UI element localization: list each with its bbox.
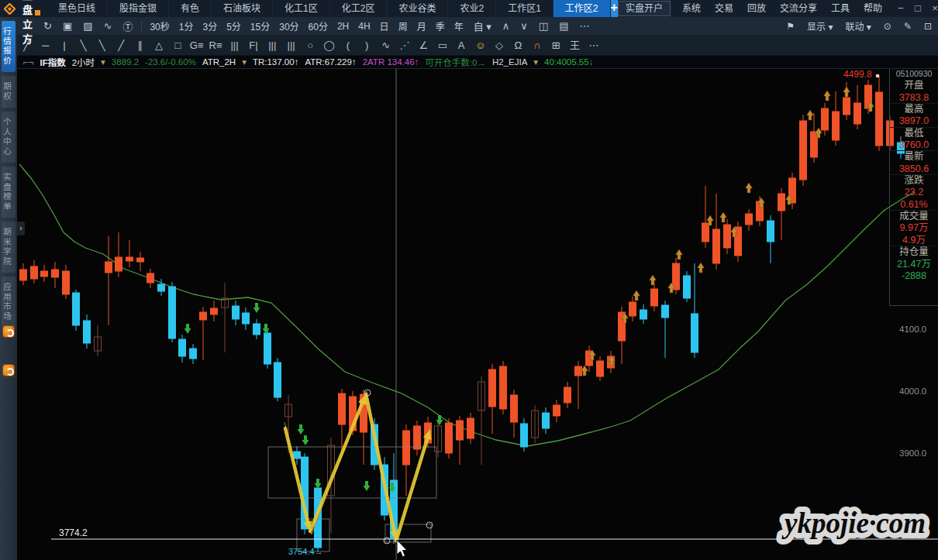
arc-left-tool[interactable]: (	[339, 36, 357, 56]
sidebar-tab[interactable]: 行情报价	[2, 21, 16, 72]
arc-right-tool[interactable]: )	[357, 36, 376, 56]
info-segment[interactable]: ▾	[533, 57, 538, 67]
gann-fan-tool[interactable]: ⋰	[395, 36, 414, 56]
menu-item[interactable]: 交易	[708, 2, 740, 15]
magnet-tool[interactable]: ∩	[528, 36, 547, 56]
collapse-icon[interactable]: ∧	[497, 20, 516, 32]
text-label-tool[interactable]: A	[452, 36, 471, 56]
menu-item[interactable]: 工具	[824, 2, 857, 15]
pencil-icon[interactable]: ✎	[898, 21, 918, 32]
sidebar-tab[interactable]: 实盘榜单	[2, 167, 16, 218]
fibonacci-time-tool[interactable]: |||	[225, 36, 243, 56]
fullscreen-icon[interactable]: ⊡	[918, 21, 938, 32]
info-segment[interactable]: -23.6/-0.60%	[145, 57, 196, 67]
close-button[interactable]: ×	[926, 0, 938, 17]
display-dropdown[interactable]: 显示 ▾	[801, 19, 839, 33]
workspace-tab[interactable]: 化工2区	[330, 0, 388, 17]
flag-icon[interactable]: ⚑	[780, 21, 801, 32]
custom-period-button[interactable]: 自 ▾	[468, 19, 497, 33]
golden-section-tool[interactable]: G≡	[188, 36, 206, 56]
timeframe-button[interactable]: 日	[375, 19, 394, 33]
timeframe-button[interactable]: 60分	[304, 19, 333, 33]
menu-item[interactable]: 回放	[740, 2, 773, 15]
sidebar-app-icon-1[interactable]	[2, 325, 15, 338]
info-segment[interactable]: ▾	[101, 57, 105, 67]
eraser-tool[interactable]: ◇	[490, 36, 509, 56]
weight-tool[interactable]: 王	[565, 36, 584, 56]
linkage-dropdown[interactable]: 联动 ▾	[839, 19, 877, 33]
workspace-tab[interactable]: 石油板块	[212, 0, 273, 17]
info-segment[interactable]: 40:4005.55↓	[544, 57, 593, 67]
open-folder-icon[interactable]: ▨	[78, 20, 98, 32]
menu-item[interactable]: 实盘开户	[618, 1, 671, 16]
info-segment[interactable]: 可开仓手数:0→	[425, 56, 486, 68]
maximize-button[interactable]: □	[909, 0, 926, 17]
workspace-tab[interactable]: 有色	[169, 0, 212, 17]
arrow-line-tool[interactable]: ╱	[112, 36, 130, 56]
flag-mark-tool[interactable]: ⊞	[547, 36, 565, 56]
new-workspace-button[interactable]: +	[611, 0, 618, 17]
menu-item[interactable]: 帮助	[857, 2, 889, 15]
zigzag-tool[interactable]: ∿	[376, 36, 395, 56]
ellipse-tool[interactable]: ◯	[319, 36, 338, 56]
workspace-tab[interactable]: 工作区2	[553, 0, 611, 17]
minimize-button[interactable]: −	[892, 0, 909, 17]
expand-icon[interactable]: ∨	[515, 20, 533, 32]
timeframe-button[interactable]: 年	[450, 19, 468, 33]
timeframe-button[interactable]: 5分	[222, 19, 246, 33]
workspace-tab[interactable]: 化工1区	[273, 0, 330, 17]
vertical-line-tool[interactable]: |	[55, 36, 74, 56]
timeframe-button[interactable]: 3分	[198, 19, 222, 33]
workspace-tab[interactable]: 农业谷类	[387, 0, 448, 17]
workspace-tab[interactable]: 工作区1	[496, 0, 553, 17]
menu-item[interactable]: 系统	[675, 2, 708, 15]
info-segment[interactable]: ▾	[242, 57, 247, 67]
rectangle-tool[interactable]: □	[168, 36, 187, 56]
wave-gauge-tool[interactable]: F|	[244, 36, 263, 56]
info-segment[interactable]: 2ATR 134.46↑	[363, 57, 419, 67]
info-segment[interactable]: ⌐¬	[23, 57, 33, 67]
parallel-channel-tool[interactable]: ∥	[130, 36, 149, 56]
workspace-tab[interactable]: 农业2	[448, 0, 496, 17]
sidebar-tab[interactable]: 应用市场	[2, 277, 16, 328]
workspace-tab[interactable]: 股指金银	[108, 0, 169, 17]
emoji-tool[interactable]: ☺	[471, 36, 489, 56]
info-segment[interactable]: H2_EJIA	[492, 57, 527, 67]
alert-bell-icon[interactable]: Ω	[509, 36, 527, 56]
sidebar-expander[interactable]: ›	[17, 222, 25, 235]
horizontal-line-tool[interactable]: ─	[36, 36, 54, 56]
layout-icon[interactable]: ▤	[553, 20, 574, 32]
angle-tool[interactable]: ∠	[414, 36, 433, 56]
info-segment[interactable]: ATR:67.229↑	[305, 57, 356, 67]
timeframe-button[interactable]: 月	[412, 19, 431, 33]
cycle-lines-tool[interactable]: |||	[263, 36, 281, 56]
sidebar-tab[interactable]: 期米学院	[2, 222, 16, 273]
chart-type-icon[interactable]: ∿	[98, 20, 118, 32]
timeframe-button[interactable]: 30分	[274, 19, 303, 33]
menu-item[interactable]: 交流分享	[773, 2, 824, 15]
info-segment[interactable]: IF指数	[40, 56, 65, 68]
chart-canvas[interactable]	[0, 0, 938, 560]
info-segment[interactable]: TR:137.00↑	[253, 57, 298, 67]
text-tool-icon[interactable]: Ⓣ	[117, 19, 138, 33]
timeframe-button[interactable]: 1分	[174, 19, 198, 33]
feedback-icon[interactable]: ⊙	[878, 21, 898, 32]
sidebar-tab[interactable]: 个人中心	[2, 112, 16, 163]
workspace-tab[interactable]: 黑色日线	[47, 0, 108, 17]
timeframe-button[interactable]: 周	[394, 19, 412, 33]
measure-tool[interactable]: ▭	[433, 36, 452, 56]
ray-tool[interactable]: ╲	[74, 36, 92, 56]
price-section-tool[interactable]: R≡	[206, 36, 225, 56]
refresh-icon[interactable]: ↻	[38, 20, 57, 32]
timeframe-button[interactable]: 15分	[246, 19, 274, 33]
sidebar-tab[interactable]: 期权	[2, 76, 16, 108]
info-segment[interactable]: 3889.2	[112, 57, 139, 67]
timeframe-button[interactable]: 30秒	[145, 19, 174, 33]
timeframe-button[interactable]: 2H	[333, 21, 353, 32]
timeframe-button[interactable]: 4H	[353, 21, 374, 32]
more-tools-icon[interactable]: ⋯	[585, 36, 603, 56]
more-icon[interactable]: ⋯	[574, 20, 595, 32]
sidebar-app-icon-2[interactable]	[2, 364, 15, 376]
timeframe-button[interactable]: 季	[431, 19, 450, 33]
segment-tool[interactable]: ╲	[93, 36, 112, 56]
